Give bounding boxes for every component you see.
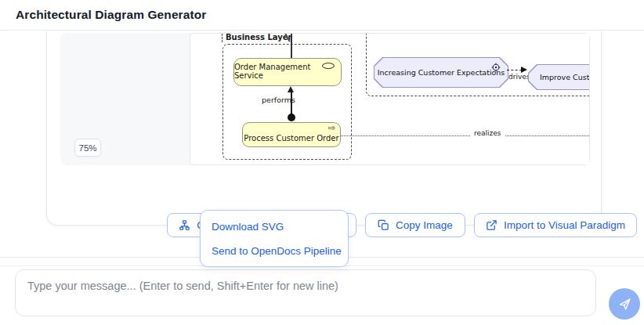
copy-image-button[interactable]: Copy Image bbox=[365, 213, 465, 237]
archimate-service-icon bbox=[322, 63, 335, 69]
external-link-icon bbox=[486, 219, 497, 231]
node-process-customer-order: ⇨ Process Customer Order bbox=[242, 122, 341, 147]
realization-label: realizes bbox=[471, 129, 505, 137]
export-dropdown-menu: Download SVG Send to OpenDocs Pipeline bbox=[200, 210, 349, 267]
archimate-process-icon: ⇨ bbox=[328, 123, 335, 134]
node-increasing-customer-expectations: Increasing Customer Expectations bbox=[374, 57, 508, 88]
diagram-card: Business Layer Order Management Service … bbox=[46, 31, 602, 226]
business-layer-label: Business Layer bbox=[226, 33, 291, 42]
diagram-viewport[interactable]: Business Layer Order Management Service … bbox=[60, 33, 590, 165]
import-button-label: Import to Visual Paradigm bbox=[504, 219, 625, 231]
app-window: Architectural Diagram Generator Business… bbox=[0, 0, 644, 325]
import-to-visual-paradigm-button[interactable]: Import to Visual Paradigm bbox=[474, 213, 637, 237]
message-composer bbox=[15, 269, 596, 316]
incoming-connector-line bbox=[291, 34, 292, 58]
diagram-canvas[interactable]: Business Layer Order Management Service … bbox=[190, 33, 590, 165]
page-title: Architectural Diagram Generator bbox=[16, 8, 206, 22]
realization-line bbox=[341, 135, 590, 136]
sitemap-icon bbox=[179, 219, 190, 231]
influence-label: drives bbox=[508, 73, 530, 81]
group-border-tick bbox=[222, 34, 223, 42]
app-header: Architectural Diagram Generator bbox=[0, 0, 644, 31]
send-icon bbox=[617, 297, 632, 312]
copy-icon bbox=[378, 219, 389, 231]
send-button[interactable] bbox=[609, 288, 640, 320]
assignment-ball bbox=[288, 114, 295, 121]
node-order-management-service: Order Management Service bbox=[233, 58, 342, 86]
node-improve-custom: Improve Custom bbox=[528, 64, 590, 90]
influence-arrowhead bbox=[521, 67, 527, 73]
influence-line bbox=[507, 70, 522, 70]
copy-image-button-label: Copy Image bbox=[396, 219, 453, 231]
node-label: Process Customer Order bbox=[244, 134, 338, 143]
menu-item-download-svg[interactable]: Download SVG bbox=[201, 215, 348, 239]
assignment-label: performs bbox=[262, 96, 295, 104]
node-label: Improve Custom bbox=[529, 65, 590, 89]
node-label: Increasing Customer Expectations bbox=[374, 58, 508, 87]
archimate-driver-icon bbox=[490, 62, 501, 73]
menu-item-send-to-opendocs[interactable]: Send to OpenDocs Pipeline bbox=[201, 239, 348, 263]
message-input[interactable] bbox=[15, 269, 596, 316]
zoom-level-badge: 75% bbox=[74, 139, 101, 157]
